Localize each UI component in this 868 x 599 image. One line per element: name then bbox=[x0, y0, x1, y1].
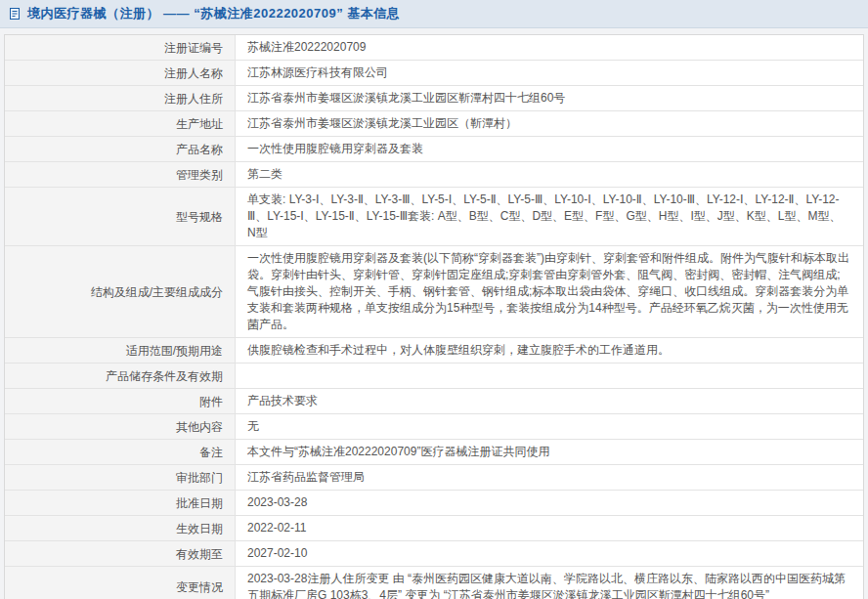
row-value: 江苏省药品监督管理局 bbox=[236, 465, 863, 490]
row-label: 产品名称 bbox=[5, 137, 236, 161]
table-row-storage-validity: 产品储存条件及有效期 bbox=[5, 363, 863, 388]
row-value: 江苏省泰州市姜堰区淤溪镇龙溪工业园区（靳潭村） bbox=[236, 111, 863, 136]
row-value: 苏械注准20222020709 bbox=[236, 35, 863, 60]
table-row-attachment: 附件 产品技术要求 bbox=[5, 388, 863, 413]
page-header: 境内医疗器械（注册） —— “苏械注准20222020709” 基本信息 bbox=[0, 0, 868, 28]
table-row-effective-date: 生效日期 2022-02-11 bbox=[5, 515, 863, 540]
row-value bbox=[236, 364, 863, 388]
row-value: 单支装: LY-3-Ⅰ、LY-3-Ⅱ、LY-3-Ⅲ、LY-5-Ⅰ、LY-5-Ⅱ、… bbox=[236, 188, 863, 245]
row-value: 江苏省泰州市姜堰区淤溪镇龙溪工业园区靳潭村四十七组60号 bbox=[236, 86, 863, 110]
registration-info-page: 境内医疗器械（注册） —— “苏械注准20222020709” 基本信息 注册证… bbox=[0, 0, 868, 599]
row-label: 生效日期 bbox=[5, 516, 236, 540]
table-row-registrant-name: 注册人名称 江苏林源医疗科技有限公司 bbox=[5, 60, 863, 85]
row-label: 产品储存条件及有效期 bbox=[5, 364, 236, 388]
row-label: 注册证编号 bbox=[5, 35, 236, 60]
table-row-expiry-date: 有效期至 2027-02-10 bbox=[5, 540, 863, 566]
row-label: 结构及组成/主要组成成分 bbox=[5, 246, 236, 337]
table-row-product-name: 产品名称 一次性使用腹腔镜用穿刺器及套装 bbox=[5, 136, 863, 161]
row-label: 备注 bbox=[5, 440, 236, 464]
row-value: 2023-03-28 bbox=[236, 491, 863, 515]
row-value: 第二类 bbox=[236, 162, 863, 187]
row-value: 2022-02-11 bbox=[236, 516, 863, 540]
row-value: 本文件与“苏械注准20222020709”医疗器械注册证共同使用 bbox=[236, 440, 863, 464]
table-row-approval-date: 批准日期 2023-03-28 bbox=[5, 490, 863, 515]
row-label: 生产地址 bbox=[5, 111, 236, 136]
table-row-other-content: 其他内容 无 bbox=[5, 413, 863, 439]
document-icon bbox=[8, 7, 22, 21]
row-label: 审批部门 bbox=[5, 465, 236, 490]
row-value: 无 bbox=[236, 414, 863, 439]
row-value: 2027-02-10 bbox=[236, 541, 863, 566]
row-value: 江苏林源医疗科技有限公司 bbox=[236, 61, 863, 85]
table-row-management-category: 管理类别 第二类 bbox=[5, 161, 863, 187]
row-label: 其他内容 bbox=[5, 414, 236, 439]
basic-info-table: 注册证编号 苏械注准20222020709 注册人名称 江苏林源医疗科技有限公司… bbox=[4, 34, 864, 599]
row-label: 变更情况 bbox=[5, 567, 236, 599]
table-row-production-address: 生产地址 江苏省泰州市姜堰区淤溪镇龙溪工业园区（靳潭村） bbox=[5, 110, 863, 136]
table-row-approval-department: 审批部门 江苏省药品监督管理局 bbox=[5, 464, 863, 490]
row-value: 产品技术要求 bbox=[236, 389, 863, 413]
page-title: 境内医疗器械（注册） —— “苏械注准20222020709” 基本信息 bbox=[27, 5, 400, 22]
row-value: 2023-03-28注册人住所变更 由 “泰州医药园区健康大道以南、学院路以北、… bbox=[236, 567, 863, 599]
table-row-intended-use: 适用范围/预期用途 供腹腔镜检查和手术过程中，对人体腹壁组织穿刺，建立腹腔手术的… bbox=[5, 337, 863, 363]
row-label: 附件 bbox=[5, 389, 236, 413]
row-label: 有效期至 bbox=[5, 541, 236, 566]
row-label: 批准日期 bbox=[5, 491, 236, 515]
row-value: 一次性使用腹腔镜用穿刺器及套装(以下简称“穿刺器套装”)由穿刺针、穿刺套管和附件… bbox=[236, 246, 863, 337]
table-row-reg-number: 注册证编号 苏械注准20222020709 bbox=[5, 35, 863, 60]
table-row-change-record: 变更情况 2023-03-28注册人住所变更 由 “泰州医药园区健康大道以南、学… bbox=[5, 566, 863, 599]
row-value: 供腹腔镜检查和手术过程中，对人体腹壁组织穿刺，建立腹腔手术的工作通道用。 bbox=[236, 338, 863, 363]
row-value: 一次性使用腹腔镜用穿刺器及套装 bbox=[236, 137, 863, 161]
table-row-model-spec: 型号规格 单支装: LY-3-Ⅰ、LY-3-Ⅱ、LY-3-Ⅲ、LY-5-Ⅰ、LY… bbox=[5, 187, 863, 245]
table-row-structure-composition: 结构及组成/主要组成成分 一次性使用腹腔镜用穿刺器及套装(以下简称“穿刺器套装”… bbox=[5, 245, 863, 337]
row-label: 注册人住所 bbox=[5, 86, 236, 110]
row-label: 管理类别 bbox=[5, 162, 236, 187]
row-label: 型号规格 bbox=[5, 188, 236, 245]
row-label: 适用范围/预期用途 bbox=[5, 338, 236, 363]
table-row-remark: 备注 本文件与“苏械注准20222020709”医疗器械注册证共同使用 bbox=[5, 439, 863, 464]
row-label: 注册人名称 bbox=[5, 61, 236, 85]
table-row-registrant-address: 注册人住所 江苏省泰州市姜堰区淤溪镇龙溪工业园区靳潭村四十七组60号 bbox=[5, 85, 863, 110]
